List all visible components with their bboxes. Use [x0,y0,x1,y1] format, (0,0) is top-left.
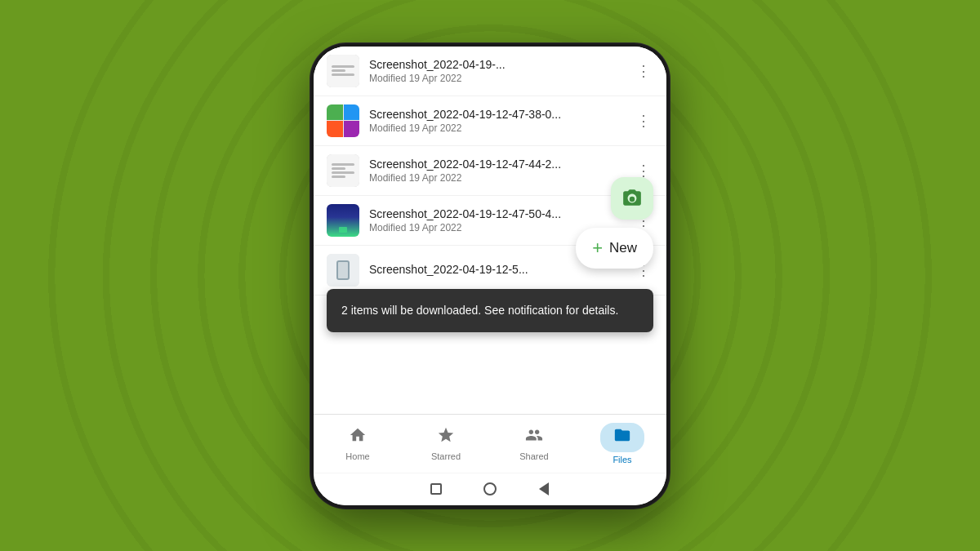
file-thumbnail [327,204,359,237]
file-thumbnail [327,104,359,137]
toast-notification: 2 items will be downloaded. See notifica… [327,289,653,332]
bottom-navigation: Home Starred Shared [314,414,666,473]
nav-active-bg [600,423,644,452]
camera-fab-button[interactable] [611,177,653,220]
more-options-button[interactable]: ⋮ [634,111,653,131]
camera-icon [621,188,643,209]
svg-rect-0 [339,227,347,233]
nav-label-files: Files [612,455,631,464]
system-navigation [314,473,666,505]
circle-icon [483,482,497,495]
people-icon [525,426,543,449]
file-name: Screenshot_2022-04-19-... [369,58,634,71]
nav-label-home: Home [345,451,369,461]
file-meta: Modified 19 Apr 2022 [369,73,634,84]
nav-label-starred: Starred [431,451,461,461]
toast-message: 2 items will be downloaded. See notifica… [341,304,618,317]
phone-screen: Screenshot_2022-04-19-... Modified 19 Ap… [314,47,666,505]
file-list: Screenshot_2022-04-19-... Modified 19 Ap… [314,47,666,414]
phone-frame: Screenshot_2022-04-19-... Modified 19 Ap… [310,43,670,509]
nav-label-shared: Shared [519,451,548,461]
recent-apps-button[interactable] [429,482,443,496]
nav-item-shared[interactable]: Shared [490,415,578,473]
list-item[interactable]: Screenshot_2022-04-19-... Modified 19 Ap… [314,47,666,96]
file-thumbnail [327,154,359,187]
file-name: Screenshot_2022-04-19-12-47-38-0... [369,108,634,121]
plus-icon: + [592,238,603,259]
file-thumbnail [327,55,359,87]
home-button[interactable] [483,482,497,496]
list-item[interactable]: Screenshot_2022-04-19-12-47-38-0... Modi… [314,96,666,146]
more-options-button[interactable]: ⋮ [634,61,653,81]
star-icon [437,426,455,449]
home-icon [349,426,367,449]
new-label: New [609,240,637,256]
square-icon [430,483,442,495]
svg-point-1 [630,196,635,202]
file-info: Screenshot_2022-04-19-12-47-38-0... Modi… [369,108,634,134]
file-meta: Modified 19 Apr 2022 [369,122,634,134]
file-thumbnail [327,254,359,287]
new-button[interactable]: + New [576,228,653,269]
nav-item-files[interactable]: Files [578,415,666,473]
back-button[interactable] [537,482,551,496]
back-icon [539,482,549,495]
folder-icon [613,426,631,449]
nav-item-home[interactable]: Home [314,415,402,473]
file-info: Screenshot_2022-04-19-... Modified 19 Ap… [369,58,634,84]
file-name: Screenshot_2022-04-19-12-47-44-2... [369,158,634,171]
fab-area: + New [576,177,653,269]
nav-item-starred[interactable]: Starred [402,415,490,473]
